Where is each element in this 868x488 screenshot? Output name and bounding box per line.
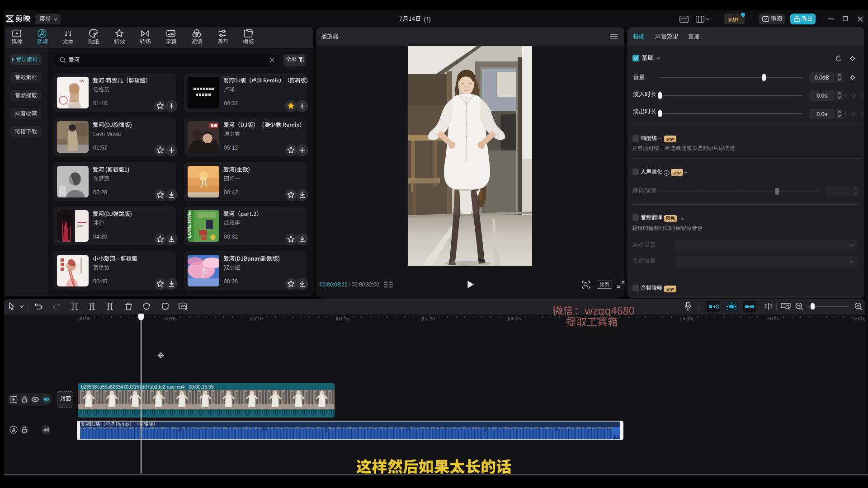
svg-text:LOVE RIVER: LOVE RIVER bbox=[188, 210, 192, 238]
svg-text:b23638ea59a8263470d3157d07ab2d: b23638ea59a8263470d3157d07ab2de2 raw.mp4… bbox=[81, 384, 214, 389]
